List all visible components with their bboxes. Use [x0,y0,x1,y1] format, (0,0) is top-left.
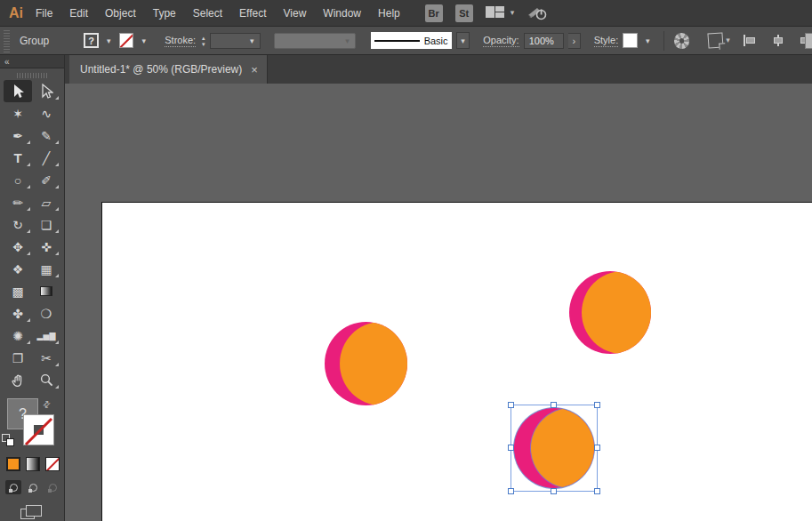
selection-handle-bottom-left[interactable] [508,488,514,494]
tool-line-segment[interactable]: ╱ [32,147,60,169]
stock-button[interactable]: St [455,4,473,22]
control-bar-grip[interactable] [4,29,10,52]
color-mode-row [6,457,64,471]
control-bar: Group ? ▾ ▾ Stroke: ▴▾ ▾ ▾ Basic ▾ Opaci… [0,27,812,55]
stroke-weight-chevron-down-icon: ▾ [246,34,258,48]
circle-shape-top-right[interactable] [569,271,651,354]
menu-view[interactable]: View [284,7,307,20]
recolor-artwork-icon[interactable] [674,33,690,49]
menu-effect[interactable]: Effect [239,7,266,20]
tool-artboard[interactable]: ❐ [4,347,32,369]
style-swatch[interactable] [623,33,638,48]
tool-eraser[interactable]: ▱ [32,191,60,213]
menu-select[interactable]: Select [193,7,222,20]
selection-handle-bottom[interactable] [551,488,557,494]
tool-type[interactable]: T [4,147,32,169]
default-fill-stroke-icon[interactable] [2,434,14,446]
tool-direct-selection[interactable] [32,80,60,102]
variable-width-select-disabled: ▾ [274,33,356,49]
tool-paintbrush[interactable]: ✐ [32,169,60,191]
color-button[interactable] [6,457,20,471]
draw-normal-button[interactable] [5,480,21,494]
tool-column-graph[interactable]: ▂▅▇ [32,325,60,347]
screen-mode-button[interactable] [20,505,44,521]
brush-chevron-down-icon[interactable]: ▾ [456,32,470,49]
document-tab[interactable]: Untitled-1* @ 50% (RGB/Preview) × [69,55,268,84]
menu-type[interactable]: Type [153,7,176,20]
tool-ellipse[interactable]: ○ [4,169,32,191]
tool-hand[interactable] [4,369,32,391]
tool-perspective-grid[interactable]: ▦ [32,258,60,280]
brush-definition-select[interactable]: Basic [371,32,451,49]
stroke-weight-select[interactable]: ▾ [210,33,261,49]
tool-lasso[interactable]: ∿ [32,102,60,124]
selection-handle-bottom-right[interactable] [594,488,600,494]
selection-handle-top[interactable] [551,402,557,408]
align-more-icon[interactable] [805,33,812,49]
tool-symbol-sprayer[interactable]: ✺ [4,325,32,347]
selection-bounding-box[interactable] [511,405,598,492]
none-button[interactable] [45,457,60,471]
tool-shape-builder[interactable]: ❖ [4,258,32,280]
opacity-expand-button[interactable]: › [568,33,581,49]
tool-zoom[interactable] [32,369,60,391]
stroke-chevron-down-icon[interactable]: ▾ [138,33,149,48]
align-left-icon[interactable] [744,35,758,46]
swap-fill-stroke-icon[interactable]: ⇄ [40,398,52,411]
selection-handle-top-left[interactable] [508,402,514,408]
style-chevron-down-icon[interactable]: ▾ [642,33,654,48]
tool-mesh[interactable]: ▩ [4,280,32,302]
menu-object[interactable]: Object [105,7,136,20]
opacity-input[interactable]: 100% [524,33,564,49]
draw-inside-button [44,480,60,494]
transform-control[interactable]: ▾ [708,33,730,48]
arrange-documents-control[interactable]: ▾ [486,6,515,20]
selection-handle-left[interactable] [508,445,514,451]
gradient-button[interactable] [26,457,40,471]
selection-handle-top-right[interactable] [594,402,600,408]
tool-blend[interactable]: ❍ [32,302,60,325]
artboard[interactable] [102,203,812,521]
tool-rotate[interactable]: ↻ [4,213,32,236]
tool-puppet-warp[interactable]: ✜ [32,236,60,258]
draw-behind-icon [29,484,37,492]
stroke-color-none-swatch[interactable] [119,33,134,48]
selection-handle-right[interactable] [594,445,600,451]
tool-pen[interactable]: ✒ [4,124,32,147]
tool-shaper[interactable]: ✏ [4,191,32,213]
opacity-label[interactable]: Opacity: [483,35,519,47]
fill-color-swatch[interactable]: ? [84,33,99,48]
bridge-button[interactable]: Br [425,4,443,22]
tool-slice[interactable]: ✂ [32,347,60,369]
menu-edit[interactable]: Edit [69,7,88,20]
tool-gradient[interactable] [32,280,60,302]
panel-grip[interactable] [17,73,47,78]
stroke-weight-stepper[interactable]: ▴▾ [202,35,205,47]
stroke-proxy-none-swatch[interactable] [23,414,54,445]
canvas-pasteboard[interactable] [65,84,812,521]
tool-eyedropper[interactable]: ✤ [4,302,32,325]
chevron-down-icon: ▾ [511,9,515,17]
tool-width[interactable]: ✥ [4,236,32,258]
draw-behind-button[interactable] [25,480,41,494]
tool-scale[interactable]: ❏ [32,213,60,236]
brush-stroke-preview [374,40,420,42]
tool-curvature[interactable]: ✎ [32,124,60,147]
panel-collapse-button[interactable]: « [4,57,10,67]
app-logo: Ai [0,5,36,21]
fill-chevron-down-icon[interactable]: ▾ [103,33,115,48]
gpu-performance-icon[interactable] [527,5,548,20]
tool-selection[interactable] [4,80,32,102]
tool-magic-wand[interactable]: ✶ [4,102,32,124]
align-center-icon[interactable] [771,35,785,46]
circle-shape-middle-left[interactable] [325,322,407,405]
direct-selection-arrow-icon [39,84,53,99]
menu-file[interactable]: File [36,7,52,20]
artboard-tool-icon: ❐ [12,351,24,365]
tab-close-button[interactable]: × [251,64,258,76]
style-label[interactable]: Style: [594,35,619,47]
menu-window[interactable]: Window [323,7,361,20]
stroke-label[interactable]: Stroke: [165,35,196,47]
pen-icon: ✒ [12,129,23,143]
menu-help[interactable]: Help [378,7,400,20]
